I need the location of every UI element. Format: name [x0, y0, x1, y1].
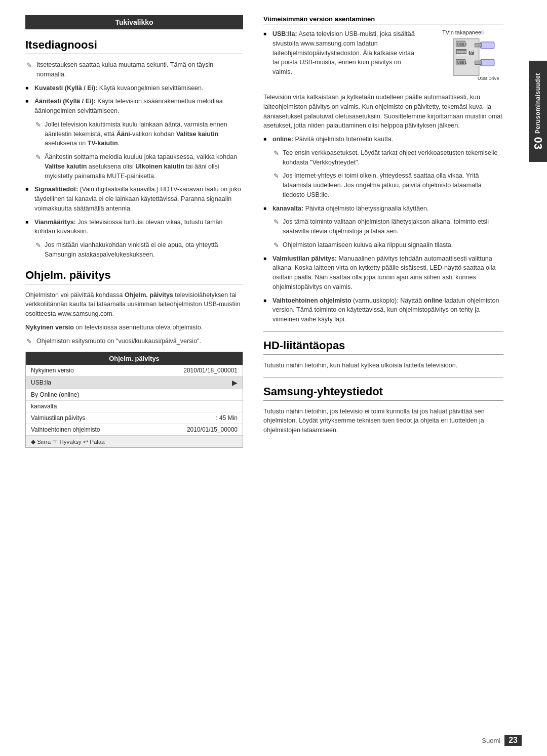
page-footer: Suomi 23 [482, 735, 522, 746]
aanitesti-sub2: Äänitestin soittama melodia kuuluu joka … [25, 152, 243, 181]
row-value-vaihtoehtoinen: 2010/01/15_00000 [187, 426, 238, 433]
row-label-vaihtoehtoinen: Vaihtoehtoinen ohjelmisto [31, 426, 100, 433]
row-arrow-usb: ▶ [232, 379, 238, 387]
ohjelm-table-header: Ohjelm. päivitys [26, 352, 243, 365]
ohjelm-table: Ohjelm. päivitys Nykyinen versio 2010/01… [25, 352, 243, 448]
kanavalta-sub2: Ohjelmiston lataamiseen kuluva aika riip… [263, 240, 503, 250]
usb-section: TV:n takapaneeli USB 2 DIGITAL AUDIO OUT… [263, 29, 503, 93]
row-value-valmiustilan: : 45 Min [216, 414, 238, 422]
ohjelm-esitysmuoto: Ohjelmiston esitysmuoto on "vuosi/kuukau… [25, 337, 243, 346]
tukivalikko-label: Tukivalikko [115, 18, 153, 26]
kanavalta-sub1: Jos tämä toiminto valitaan ohjelmiston l… [263, 217, 503, 236]
usb-lla-item: USB:lla: Aseta television USB-muisti, jo… [263, 29, 503, 77]
table-row-vaihtoehtoinen: Vaihtoehtoinen ohjelmisto 2010/01/15_000… [26, 424, 243, 436]
ohjelm-title: Ohjelm. päivitys [25, 269, 243, 284]
itsediagnoosi-intro: Itsetestauksen saattaa kulua muutama sek… [25, 60, 243, 79]
row-label-valmiustilan: Valmiustilan päivitys [31, 414, 85, 422]
row-value-nykyinen: 2010/01/18_000001 [183, 367, 238, 374]
valmiustilan-item: Valmiustilan päivitys: Manuaalinen päivi… [263, 254, 503, 292]
row-label-usb: USB:lla [31, 379, 51, 386]
table-footer: ◆ Siirrä ☞ Hyväksy ↩ Palaa [26, 436, 243, 447]
ohjelm-intro: Ohjelmiston voi päivittää kohdassa Ohjel… [25, 290, 243, 319]
kanavalta-item: kanavalta: Päivitä ohjelmisto lähetyssig… [263, 204, 503, 214]
viimeisimman-title: Viimeisimmän version asentaminen [263, 15, 503, 24]
aanitesti-sub1: Jollei television kaiuttimista kuulu lai… [25, 120, 243, 148]
left-column: Tukivalikko Itsediagnoosi Itsetestauksen… [25, 15, 258, 741]
footer-navigation: ◆ Siirrä ☞ Hyväksy ↩ Palaa [31, 438, 105, 445]
table-row-nykyinen: Nykyinen versio 2010/01/18_000001 [26, 365, 243, 376]
online-sub2: Jos Internet-yhteys ei toimi oikein, yht… [263, 171, 503, 199]
samsung-text: Tutustu näihin tietoihin, jos televisio … [263, 407, 503, 435]
hd-text: Tutustu näihin tietoihin, kun haluat kyt… [263, 361, 503, 370]
row-label-online: By Online (online) [31, 391, 79, 398]
tv-body-text: Television virta katkaistaan ja kytketää… [263, 93, 503, 131]
chapter-tab: 03 Perusominaisuudet [529, 61, 547, 162]
table-row-kanavalta[interactable]: kanavalta [26, 401, 243, 412]
table-row-online[interactable]: By Online (online) [26, 389, 243, 401]
vianmaaritys-item: Vianmääritys: Jos televisiossa tuntuisi … [25, 218, 243, 237]
kuvatesti-item: Kuvatesti (Kyllä / Ei): Käytä kuvaongelm… [25, 83, 243, 93]
svg-text:USB Drive: USB Drive [478, 76, 499, 81]
chapter-title: Perusominaisuudet [534, 73, 541, 134]
samsung-title: Samsung-yhteystiedot [263, 385, 503, 401]
vaihtoehtoinen-item: Vaihtoehtoinen ohjelmisto (varmuuskopio)… [263, 296, 503, 324]
tukivalikko-box: Tukivalikko [25, 15, 243, 29]
row-label-kanavalta: kanavalta [31, 403, 57, 410]
itsediagnoosi-title: Itsediagnoosi [25, 38, 243, 54]
chapter-number: 03 [531, 137, 544, 149]
language-label: Suomi [482, 737, 500, 744]
page-number: 23 [504, 735, 522, 746]
signaalitiedot-item: Signaalitiedot: (Vain digitaalisilla kan… [25, 185, 243, 213]
ohjelm-nykyinen: Nykyinen versio on televisiossa asennett… [25, 323, 243, 332]
divider-samsung [263, 377, 503, 378]
row-label-nykyinen: Nykyinen versio [31, 367, 74, 374]
vianmaaritys-sub: Jos mistään vianhakukohdan vinkistä ei o… [25, 240, 243, 260]
right-column: Viimeisimmän version asentaminen TV:n ta… [258, 15, 503, 741]
divider-hd [263, 331, 503, 332]
table-row-usb[interactable]: USB:lla ▶ [26, 376, 243, 389]
hd-title: HD-liitäntäopas [263, 339, 503, 355]
online-sub1: Tee ensin verkkoasetukset. Löydät tarkat… [263, 148, 503, 167]
online-item: online: Päivitä ohjelmisto Internetin ka… [263, 135, 503, 144]
aaunitesti-item: Äänitesti (Kyllä / Ei): Käytä television… [25, 97, 243, 116]
table-row-valmiustilan: Valmiustilan päivitys : 45 Min [26, 412, 243, 424]
